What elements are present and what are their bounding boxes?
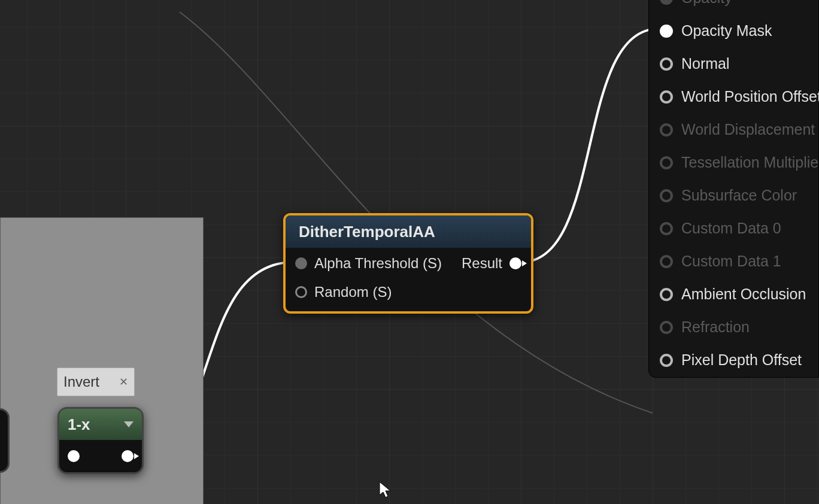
pin-label: Alpha Threshold (S) <box>314 255 442 272</box>
pin-icon <box>660 123 673 136</box>
pin-icon[interactable] <box>660 25 673 38</box>
pin-label: Pixel Depth Offset <box>681 351 802 369</box>
pin-custom-data-1: Custom Data 1 <box>660 253 812 270</box>
pin-icon <box>660 255 673 268</box>
offscreen-node[interactable] <box>0 408 10 473</box>
pin-opacity-mask[interactable]: Opacity Mask <box>660 22 812 40</box>
pin-icon[interactable] <box>509 257 521 269</box>
pin-label: Custom Data 0 <box>681 220 781 237</box>
one-minus-node[interactable]: 1-x <box>57 407 144 474</box>
invert-comment[interactable]: Invert ✕ <box>57 368 135 396</box>
pin-custom-data-0: Custom Data 0 <box>660 220 812 237</box>
pin-pixel-depth-offset[interactable]: Pixel Depth Offset <box>660 351 812 369</box>
input-alpha-threshold[interactable]: Alpha Threshold (S) <box>295 255 442 272</box>
one-minus-output-pin[interactable] <box>122 450 134 462</box>
pin-icon[interactable] <box>295 286 307 298</box>
pin-label: Refraction <box>681 318 750 336</box>
material-output-node[interactable]: Opacity Opacity Mask Normal World Positi… <box>648 0 819 378</box>
pin-world-position-offset[interactable]: World Position Offset <box>660 88 812 105</box>
comment-resize-icon[interactable]: ✕ <box>119 375 128 388</box>
pin-label: Custom Data 1 <box>681 253 781 270</box>
one-minus-title: 1-x <box>68 415 90 434</box>
input-random[interactable]: Random (S) <box>295 284 442 300</box>
pin-opacity: Opacity <box>660 0 812 7</box>
pin-world-displacement: World Displacement <box>660 121 812 138</box>
comment-label: Invert <box>63 374 99 390</box>
pin-label: Ambient Occlusion <box>681 286 806 303</box>
pin-icon[interactable] <box>660 57 673 71</box>
pin-label: Result <box>462 255 502 272</box>
pin-normal[interactable]: Normal <box>660 55 812 72</box>
pin-icon[interactable] <box>295 257 307 269</box>
pin-icon[interactable] <box>660 354 673 367</box>
dither-temporal-aa-node[interactable]: DitherTemporalAA Alpha Threshold (S) Ran… <box>283 213 533 314</box>
pin-label: Subsurface Color <box>681 187 797 204</box>
dither-node-title[interactable]: DitherTemporalAA <box>286 215 531 248</box>
pin-icon[interactable] <box>660 288 673 301</box>
pin-icon <box>660 156 673 169</box>
chevron-down-icon[interactable] <box>124 421 134 427</box>
pin-label: Random (S) <box>314 284 392 300</box>
pin-icon <box>660 189 673 202</box>
pin-icon[interactable] <box>660 90 673 104</box>
pin-label: World Displacement <box>681 121 815 138</box>
pin-tessellation-multiplier: Tessellation Multiplier <box>660 154 812 171</box>
pin-label: Normal <box>681 55 730 72</box>
pin-label: Opacity <box>681 0 732 7</box>
pin-icon <box>660 222 673 235</box>
pin-label: Opacity Mask <box>681 22 772 40</box>
pin-label: World Position Offset <box>681 88 819 105</box>
one-minus-input-pin[interactable] <box>68 450 80 462</box>
pin-ambient-occlusion[interactable]: Ambient Occlusion <box>660 286 812 303</box>
pin-subsurface-color: Subsurface Color <box>660 187 812 204</box>
output-result[interactable]: Result <box>462 255 521 272</box>
pin-label: Tessellation Multiplier <box>681 154 819 171</box>
pin-icon <box>660 321 673 334</box>
pin-icon <box>660 0 673 5</box>
pin-refraction: Refraction <box>660 318 812 336</box>
